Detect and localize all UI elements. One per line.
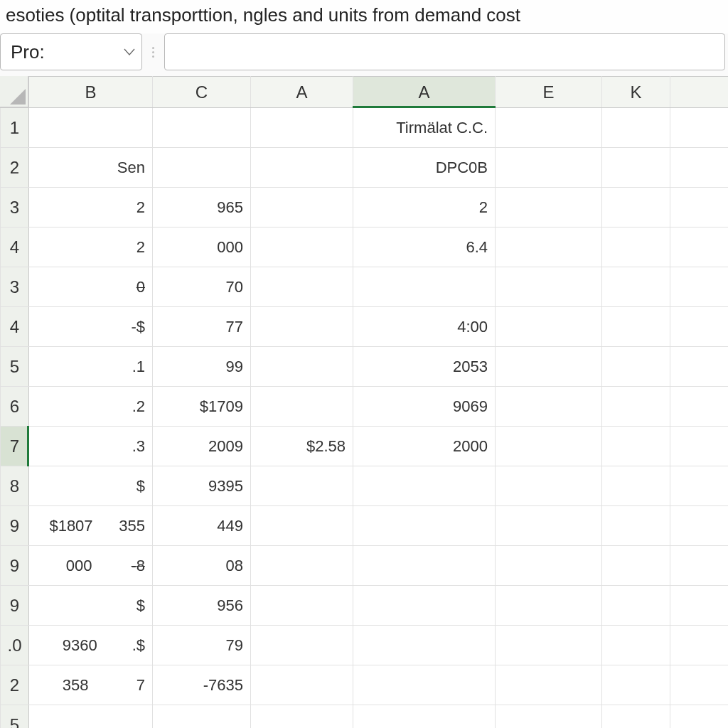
cell[interactable]: 9069 bbox=[353, 387, 496, 427]
cell[interactable]: 2053 bbox=[353, 347, 496, 387]
cell[interactable] bbox=[602, 387, 670, 427]
cell[interactable] bbox=[602, 586, 670, 626]
cell[interactable] bbox=[602, 228, 670, 267]
name-box[interactable]: Pro: bbox=[0, 33, 142, 70]
cell[interactable] bbox=[670, 427, 729, 466]
cell[interactable]: 9360 .$ bbox=[29, 626, 153, 665]
cell[interactable] bbox=[496, 546, 602, 586]
cell[interactable] bbox=[153, 108, 251, 148]
cell[interactable] bbox=[670, 108, 729, 148]
cell[interactable] bbox=[251, 267, 353, 307]
col-header[interactable]: E bbox=[496, 77, 602, 108]
cell[interactable] bbox=[602, 267, 670, 307]
cell[interactable]: -$ bbox=[29, 307, 153, 347]
cell[interactable]: 9395 bbox=[153, 466, 251, 506]
cell[interactable] bbox=[353, 546, 496, 586]
row-header[interactable]: 3 bbox=[1, 267, 29, 307]
row-header[interactable]: 1 bbox=[1, 108, 29, 148]
row-header[interactable]: 2 bbox=[1, 148, 29, 188]
cell[interactable] bbox=[251, 665, 353, 705]
col-header[interactable]: C bbox=[153, 77, 251, 108]
cell[interactable] bbox=[496, 228, 602, 267]
row-header-selected[interactable]: 7 bbox=[1, 427, 29, 466]
col-header[interactable]: B bbox=[29, 77, 153, 108]
cell[interactable]: $ bbox=[29, 586, 153, 626]
cell[interactable] bbox=[670, 228, 729, 267]
cell[interactable] bbox=[602, 108, 670, 148]
row-header[interactable]: 9 bbox=[1, 586, 29, 626]
cell[interactable] bbox=[602, 427, 670, 466]
cell[interactable]: 4:00 bbox=[353, 307, 496, 347]
cell[interactable]: 2 bbox=[353, 188, 496, 228]
row-header[interactable]: 3 bbox=[1, 188, 29, 228]
col-header[interactable] bbox=[670, 77, 729, 108]
cell[interactable] bbox=[251, 307, 353, 347]
cell[interactable]: 2 bbox=[29, 228, 153, 267]
cell[interactable] bbox=[670, 148, 729, 188]
cell[interactable] bbox=[251, 705, 353, 729]
col-header[interactable]: K bbox=[602, 77, 670, 108]
cell[interactable] bbox=[353, 267, 496, 307]
cell[interactable]: 99 bbox=[153, 347, 251, 387]
cell[interactable] bbox=[251, 228, 353, 267]
row-header[interactable]: .0 bbox=[1, 626, 29, 665]
cell[interactable] bbox=[602, 506, 670, 546]
cell[interactable] bbox=[251, 546, 353, 586]
cell[interactable] bbox=[251, 626, 353, 665]
cell[interactable] bbox=[670, 347, 729, 387]
cell[interactable] bbox=[496, 347, 602, 387]
cell[interactable] bbox=[602, 705, 670, 729]
cell[interactable] bbox=[496, 665, 602, 705]
cell[interactable] bbox=[602, 347, 670, 387]
cell[interactable] bbox=[496, 466, 602, 506]
cell[interactable]: 0 bbox=[29, 267, 153, 307]
cell[interactable] bbox=[602, 466, 670, 506]
cell[interactable] bbox=[670, 267, 729, 307]
cell[interactable] bbox=[496, 307, 602, 347]
cell[interactable] bbox=[496, 586, 602, 626]
cell[interactable]: 70 bbox=[153, 267, 251, 307]
cell[interactable]: $2.58 bbox=[251, 427, 353, 466]
cell[interactable] bbox=[496, 267, 602, 307]
row-header[interactable]: 5 bbox=[1, 347, 29, 387]
row-header[interactable]: 5 bbox=[1, 705, 29, 729]
cell[interactable]: 956 bbox=[153, 586, 251, 626]
cell[interactable]: 08 bbox=[153, 546, 251, 586]
cell[interactable]: 2 bbox=[29, 188, 153, 228]
cell[interactable] bbox=[496, 148, 602, 188]
cell[interactable] bbox=[670, 705, 729, 729]
cell[interactable] bbox=[670, 387, 729, 427]
col-header[interactable]: A bbox=[251, 77, 353, 108]
cell[interactable] bbox=[353, 586, 496, 626]
cell[interactable] bbox=[251, 466, 353, 506]
cell[interactable] bbox=[670, 586, 729, 626]
cell[interactable]: 358 7 bbox=[29, 665, 153, 705]
cell[interactable] bbox=[602, 626, 670, 665]
row-header[interactable]: 6 bbox=[1, 387, 29, 427]
cell[interactable] bbox=[670, 188, 729, 228]
cell[interactable] bbox=[602, 307, 670, 347]
cell[interactable] bbox=[602, 188, 670, 228]
cell[interactable] bbox=[670, 307, 729, 347]
cell[interactable] bbox=[353, 626, 496, 665]
cell[interactable]: Sen bbox=[29, 148, 153, 188]
cell[interactable]: 79 bbox=[153, 626, 251, 665]
chevron-down-icon[interactable] bbox=[123, 46, 136, 58]
cell[interactable]: 000 -8 bbox=[29, 546, 153, 586]
cell[interactable]: $1807 355 bbox=[29, 506, 153, 546]
cell[interactable] bbox=[29, 108, 153, 148]
row-header[interactable]: 4 bbox=[1, 228, 29, 267]
row-header[interactable]: 9 bbox=[1, 506, 29, 546]
cell[interactable]: 965 bbox=[153, 188, 251, 228]
cell[interactable] bbox=[353, 466, 496, 506]
cell[interactable] bbox=[251, 586, 353, 626]
cell[interactable]: 2000 bbox=[353, 427, 496, 466]
cell[interactable] bbox=[251, 506, 353, 546]
cell[interactable] bbox=[496, 387, 602, 427]
resize-handle-icon[interactable] bbox=[151, 33, 156, 70]
cell[interactable] bbox=[670, 626, 729, 665]
cell[interactable]: 449 bbox=[153, 506, 251, 546]
cell[interactable]: .3 bbox=[29, 427, 153, 466]
cell[interactable]: $1709 bbox=[153, 387, 251, 427]
cell[interactable] bbox=[251, 347, 353, 387]
